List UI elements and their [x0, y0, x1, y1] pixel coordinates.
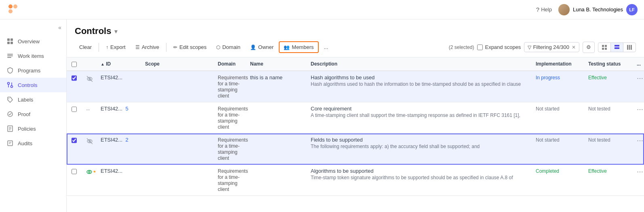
row-status-icon: ★ [86, 170, 96, 176]
sidebar-item-label: Proof [18, 111, 30, 117]
page-header: Controls ▾ [67, 19, 644, 41]
username-label: Luna B. Technologies [573, 6, 623, 13]
archive-button[interactable]: ☰ Archive [131, 42, 164, 53]
more-button[interactable]: ... [320, 42, 333, 53]
scope-num[interactable]: 2 [125, 137, 128, 143]
row-name-cell [245, 134, 306, 165]
expand-scopes-label: Expand scopes [485, 44, 521, 50]
help-button[interactable]: ? Help [536, 6, 552, 13]
row-checkbox[interactable] [72, 138, 77, 143]
svg-rect-25 [602, 48, 604, 50]
sidebar-item-controls[interactable]: Controls [0, 78, 66, 92]
row-icon-cell: -- [81, 102, 96, 134]
row-more-icon[interactable]: ⋯ [637, 75, 643, 82]
sidebar-item-labels[interactable]: Labels [0, 92, 66, 107]
svg-point-14 [8, 98, 9, 99]
svg-rect-26 [605, 48, 607, 50]
sidebar-item-label: Controls [18, 82, 37, 88]
topbar-right: ? Help Luna B. Technologies LF [536, 4, 638, 15]
sidebar-item-proof[interactable]: Proof [0, 107, 66, 121]
toolbar-separator-2 [166, 43, 166, 52]
filter-close-icon[interactable]: ✕ [572, 45, 576, 50]
table-container: ▲ ID Scope Domain Name Description Imple… [67, 57, 644, 212]
row-checkbox[interactable] [72, 169, 77, 174]
row-checkbox[interactable] [72, 106, 77, 112]
header-description[interactable]: Description [306, 57, 531, 71]
row-more-icon[interactable]: ⋯ [637, 137, 643, 144]
header-scope[interactable]: Scope [140, 57, 213, 71]
row-scope-cell [140, 71, 213, 102]
sidebar-item-programs[interactable]: Programs [0, 63, 66, 78]
row-more-icon[interactable]: ⋯ [637, 106, 643, 113]
row-implementation-cell: Not started [531, 102, 583, 134]
header-domain[interactable]: Domain [213, 57, 245, 71]
view-large-grid-button[interactable] [611, 43, 623, 52]
row-checkbox-cell [67, 134, 81, 165]
audits-icon [6, 140, 14, 147]
expand-scopes-checkbox[interactable] [477, 45, 483, 50]
row-id[interactable]: ETSI42... [101, 168, 122, 174]
row-desc-main: Hash algorithms to be used [311, 74, 526, 81]
row-testing-status: Not tested [588, 137, 610, 143]
row-id[interactable]: ETSI42... [101, 106, 122, 112]
row-domain-cell: Requirements for a time-stamping client [213, 165, 245, 196]
header-id[interactable]: ▲ ID [96, 57, 140, 71]
header-testing-status[interactable]: Testing status [583, 57, 632, 71]
row-scope-cell [140, 102, 213, 134]
row-id[interactable]: ETSI42... [101, 137, 122, 143]
table-body: ETSI42... Requirements for a time-stampi… [67, 71, 644, 196]
svg-point-10 [8, 83, 10, 85]
members-button[interactable]: 👥 Members [279, 41, 318, 53]
svg-line-37 [87, 138, 93, 144]
sidebar-item-policies[interactable]: Policies [0, 121, 66, 136]
row-status-icon [86, 138, 91, 145]
svg-point-1 [13, 4, 17, 8]
row-more-icon[interactable]: ⋯ [637, 168, 643, 175]
domain-button[interactable]: ⬡ Domain [212, 42, 245, 53]
row-testing-cell: Not tested [583, 102, 632, 134]
sidebar-item-label: Policies [18, 126, 36, 132]
row-checkbox[interactable] [72, 75, 77, 81]
edit-scopes-button[interactable]: ✏ Edit scopes [169, 42, 211, 53]
app-logo[interactable] [6, 2, 19, 17]
archive-icon: ☰ [135, 45, 140, 50]
export-button[interactable]: ↑ Export [101, 42, 130, 53]
svg-rect-8 [7, 55, 13, 56]
sidebar-item-audits[interactable]: Audits [0, 136, 66, 151]
svg-rect-31 [631, 45, 632, 50]
row-status-icon: -- [86, 107, 90, 113]
scope-num[interactable]: 5 [125, 106, 128, 112]
svg-point-11 [11, 86, 13, 88]
row-implementation-cell: Not started [531, 134, 583, 165]
row-implementation: Not started [536, 137, 560, 143]
proof-icon [6, 110, 14, 118]
row-id[interactable]: ETSI42... [101, 74, 122, 81]
row-desc-secondary: Time-stamp token signature algorithms to… [311, 175, 526, 180]
row-icon-cell [81, 71, 96, 102]
row-domain-cell: Requirements for a time-stamping client [213, 102, 245, 134]
view-columns-button[interactable] [623, 43, 636, 52]
row-more-cell: ⋯ [632, 102, 644, 134]
sidebar-item-overview[interactable]: Overview [0, 34, 66, 49]
row-implementation-cell: In progress [531, 71, 583, 102]
header-more: ... [632, 57, 644, 71]
sidebar-collapse-button[interactable]: « [58, 24, 61, 31]
filter-chip[interactable]: ▽ Filtering 24/300 ✕ [524, 42, 579, 52]
header-implementation[interactable]: Implementation [531, 57, 583, 71]
row-implementation: In progress [536, 75, 560, 81]
row-desc-secondary: The following requirements apply: a) the… [311, 144, 526, 149]
view-small-grid-button[interactable] [598, 43, 611, 52]
svg-rect-9 [7, 57, 11, 58]
filter-label: Filtering 24/300 [533, 44, 569, 50]
row-domain: Requirements for a time-stamping client [218, 137, 248, 161]
expand-scopes-control: Expand scopes [477, 44, 521, 50]
select-all-checkbox[interactable] [72, 61, 77, 67]
header-name[interactable]: Name [245, 57, 306, 71]
page-title-chevron-icon[interactable]: ▾ [114, 28, 118, 35]
user-menu[interactable]: Luna B. Technologies LF [558, 4, 638, 15]
row-implementation: Completed [536, 168, 559, 174]
owner-button[interactable]: 👤 Owner [246, 42, 278, 53]
clear-button[interactable]: Clear [75, 42, 96, 53]
settings-button[interactable]: ⚙ [583, 42, 595, 53]
sidebar-item-work-items[interactable]: Work items [0, 49, 66, 63]
